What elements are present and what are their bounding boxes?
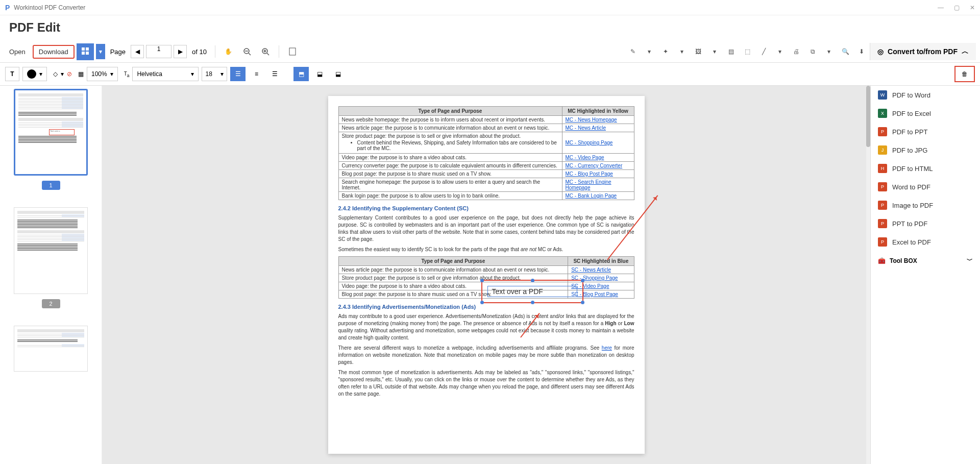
minimize-button[interactable]: — bbox=[938, 4, 944, 11]
chevron-down-icon[interactable]: ▾ bbox=[821, 43, 837, 60]
no-fill-icon[interactable]: ⊘ bbox=[67, 70, 72, 78]
chevron-down-icon[interactable]: ▾ bbox=[674, 43, 690, 60]
convert-pdf-to-word[interactable]: WPDF to Word bbox=[871, 86, 980, 104]
valign-bottom-button[interactable]: ⬓ bbox=[330, 67, 346, 81]
body-text: Sometimes the easiest way to identify SC… bbox=[338, 246, 634, 253]
app-logo-icon: P bbox=[5, 4, 10, 12]
convert-pdf-to-html[interactable]: HPDF to HTML bbox=[871, 159, 980, 178]
table-header: Type of Page and Purpose bbox=[338, 107, 562, 116]
link[interactable]: MC - Bank Login Page bbox=[562, 192, 634, 200]
image-tool-icon[interactable]: 🖼 bbox=[690, 43, 706, 60]
body-text: Supplementary Content contributes to a g… bbox=[338, 214, 634, 243]
valign-middle-button[interactable]: ⬓ bbox=[312, 67, 327, 81]
crop-tool-icon[interactable]: ⬚ bbox=[739, 43, 755, 60]
page-next-button[interactable]: ▶ bbox=[174, 45, 187, 58]
link[interactable]: MC - News Article bbox=[562, 124, 634, 132]
convert-ppt-to-pdf[interactable]: PPPT to PDF bbox=[871, 214, 980, 233]
maximize-button[interactable]: ▢ bbox=[954, 4, 960, 11]
svg-rect-11 bbox=[289, 48, 296, 55]
overlay-text[interactable]: Text over a PDF bbox=[492, 287, 543, 296]
table-header: SC Highlighted in Blue bbox=[568, 257, 634, 266]
page-input[interactable]: 1 bbox=[146, 45, 172, 58]
table-header: MC Highlighted in Yellow bbox=[562, 107, 634, 116]
text-format-icon[interactable]: Ta bbox=[124, 70, 130, 78]
download-icon[interactable]: ⬇ bbox=[853, 43, 870, 60]
link[interactable]: MC - News Homepage bbox=[562, 116, 634, 124]
convert-panel-toggle[interactable]: ◎ Convert to/from PDF ︿ bbox=[870, 43, 976, 60]
link[interactable]: MC - Shopping Page bbox=[562, 132, 634, 154]
align-center-button[interactable]: ≡ bbox=[249, 67, 264, 81]
thumbnail-number-2: 2 bbox=[42, 299, 60, 308]
toolbox-toggle[interactable]: 🧰Tool BOX ﹀ bbox=[871, 251, 980, 270]
view-grid-button[interactable] bbox=[77, 43, 94, 60]
page-fit-icon[interactable] bbox=[284, 43, 301, 60]
font-size-select[interactable]: 18▾ bbox=[202, 67, 227, 81]
draw-tool-icon[interactable]: ✎ bbox=[625, 43, 641, 60]
link[interactable]: MC - Search Engine Homepage bbox=[562, 178, 634, 192]
table-header: Type of Page and Purpose bbox=[338, 257, 568, 266]
close-button[interactable]: ✕ bbox=[970, 4, 975, 11]
align-left-button[interactable]: ☰ bbox=[230, 67, 246, 81]
zoom-out-icon[interactable] bbox=[239, 43, 255, 60]
pdf-page[interactable]: Type of Page and Purpose MC Highlighted … bbox=[328, 96, 645, 454]
body-text: There are several different ways to mone… bbox=[338, 345, 634, 366]
link[interactable]: here bbox=[602, 345, 612, 351]
layer-icon[interactable]: ▦ bbox=[78, 70, 84, 78]
line-tool-icon[interactable]: ╱ bbox=[755, 43, 772, 60]
convert-pdf-to-jpg[interactable]: JPDF to JPG bbox=[871, 141, 980, 159]
convert-image-to-pdf[interactable]: PImage to PDF bbox=[871, 196, 980, 214]
delete-button[interactable]: 🗑 bbox=[954, 66, 975, 82]
zoom-select[interactable]: 100%▾ bbox=[87, 67, 118, 81]
note-tool-icon[interactable]: ▤ bbox=[723, 43, 739, 60]
target-icon: ◎ bbox=[877, 47, 884, 56]
fill-tool-icon[interactable]: ◇ bbox=[53, 70, 58, 78]
chevron-down-icon[interactable]: ▾ bbox=[772, 43, 788, 60]
download-button[interactable]: Download bbox=[33, 45, 75, 59]
link[interactable]: SC - News Article bbox=[568, 266, 634, 274]
hand-tool-icon[interactable]: ✋ bbox=[220, 43, 237, 60]
page-prev-button[interactable]: ◀ bbox=[131, 45, 144, 58]
thumbnail-page-1[interactable]: Text over a bbox=[14, 89, 88, 176]
chevron-down-icon[interactable]: ▾ bbox=[706, 43, 723, 60]
svg-rect-1 bbox=[86, 47, 89, 51]
svg-line-6 bbox=[249, 53, 251, 55]
valign-top-button[interactable]: ⬒ bbox=[293, 67, 309, 81]
view-dropdown[interactable]: ▾ bbox=[96, 44, 105, 59]
chevron-down-icon[interactable]: ▾ bbox=[641, 43, 657, 60]
app-title: Workintool PDF Converter bbox=[14, 4, 85, 11]
chevron-down-icon: ﹀ bbox=[967, 256, 973, 265]
link[interactable]: MC - Video Page bbox=[562, 154, 634, 162]
zoom-in-icon[interactable] bbox=[257, 43, 274, 60]
convert-excel-to-pdf[interactable]: PExcel to PDF bbox=[871, 233, 980, 251]
page-title: PDF Edit bbox=[0, 15, 980, 41]
thumbnail-page-3[interactable] bbox=[14, 326, 88, 372]
thumbnail-page-2[interactable] bbox=[14, 207, 88, 294]
print-icon[interactable]: 🖨 bbox=[788, 43, 804, 60]
magic-tool-icon[interactable]: ✦ bbox=[657, 43, 674, 60]
body-text: The most common type of monetization is … bbox=[338, 369, 634, 398]
text-overlay-selection[interactable]: Text over a PDF bbox=[481, 280, 583, 303]
toolbox-icon: 🧰 bbox=[878, 257, 886, 264]
copy-icon[interactable]: ⧉ bbox=[804, 43, 821, 60]
svg-rect-3 bbox=[86, 52, 89, 55]
open-button[interactable]: Open bbox=[4, 45, 31, 59]
svg-rect-0 bbox=[82, 47, 85, 51]
search-icon[interactable]: 🔍 bbox=[837, 43, 853, 60]
convert-pdf-to-ppt[interactable]: PPDF to PPT bbox=[871, 123, 980, 141]
svg-rect-2 bbox=[82, 52, 85, 55]
convert-word-to-pdf[interactable]: PWord to PDF bbox=[871, 178, 980, 196]
thumbnail-number-1: 1 bbox=[42, 181, 60, 190]
link[interactable]: MC - Blog Post Page bbox=[562, 170, 634, 178]
text-tool-button[interactable]: T bbox=[5, 67, 19, 81]
text-color-picker[interactable]: ▾ bbox=[22, 67, 47, 81]
chevron-up-icon: ︿ bbox=[962, 47, 969, 56]
scroll-track[interactable] bbox=[866, 86, 870, 464]
body-text: Ads may contribute to a good user experi… bbox=[338, 313, 634, 341]
link[interactable]: MC - Currency Converter bbox=[562, 162, 634, 170]
font-select[interactable]: Helvetica▾ bbox=[132, 67, 199, 81]
page-total: of 10 bbox=[192, 48, 207, 56]
section-heading: 2.4.2 Identifying the Supplementary Cont… bbox=[338, 205, 634, 211]
align-right-button[interactable]: ☰ bbox=[267, 67, 282, 81]
convert-pdf-to-excel[interactable]: XPDF to Excel bbox=[871, 104, 980, 123]
svg-line-10 bbox=[267, 53, 269, 55]
